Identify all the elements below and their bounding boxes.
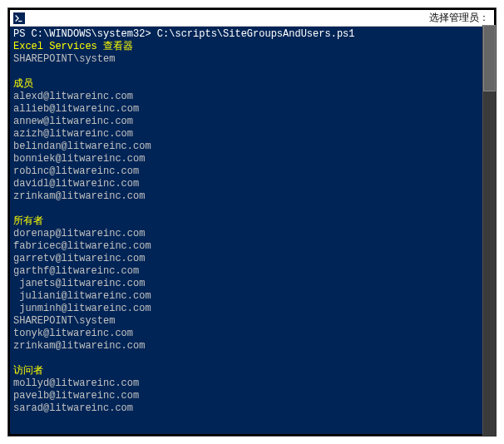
powershell-icon [13, 12, 25, 24]
member: davidl@litwareinc.com [13, 178, 139, 190]
group-name: 访问者 [13, 365, 43, 377]
member: annew@litwareinc.com [13, 116, 133, 127]
member: junminh@litwareinc.com [13, 303, 151, 314]
scrollbar-thumb[interactable] [483, 25, 496, 91]
member: belindan@litwareinc.com [13, 141, 151, 152]
output-header-2: SHAREPOINT\system [13, 53, 115, 65]
member: mollyd@litwareinc.com [13, 377, 139, 389]
command-text: C:\scripts\SiteGroupsAndUsers.ps1 [157, 28, 355, 40]
member: SHAREPOINT\system [13, 315, 115, 327]
group-name: 成员 [13, 78, 33, 90]
member: juliani@litwareinc.com [13, 290, 151, 302]
titlebar[interactable]: 选择管理员： [10, 10, 494, 27]
output-header-1: Excel Services 查看器 [13, 41, 133, 52]
window-title: 选择管理员： [429, 11, 491, 25]
member: sarad@litwareinc.com [13, 402, 133, 414]
member: tonyk@litwareinc.com [13, 328, 133, 339]
member: janets@litwareinc.com [13, 278, 145, 289]
group-name: 所有者 [13, 215, 43, 227]
console-output[interactable]: PS C:\WINDOWS\system32> C:\scripts\SiteG… [10, 27, 494, 434]
vertical-scrollbar[interactable] [482, 25, 496, 436]
prompt: PS C:\WINDOWS\system32> C:\scripts\SiteG… [13, 28, 354, 40]
member: dorenap@litwareinc.com [13, 228, 145, 239]
member: zrinkam@litwareinc.com [13, 190, 145, 202]
member: robinc@litwareinc.com [13, 165, 139, 177]
member: azizh@litwareinc.com [13, 128, 133, 140]
member: garthf@litwareinc.com [13, 265, 139, 277]
powershell-window: 选择管理员： PS C:\WINDOWS\system32> C:\script… [8, 8, 496, 436]
member: alexd@litwareinc.com [13, 91, 133, 102]
member: allieb@litwareinc.com [13, 103, 139, 115]
member: fabricec@litwareinc.com [13, 240, 151, 252]
member: pavelb@litwareinc.com [13, 390, 139, 402]
member: bonniek@litwareinc.com [13, 153, 145, 165]
member: zrinkam@litwareinc.com [13, 340, 145, 352]
member: garretv@litwareinc.com [13, 253, 145, 264]
